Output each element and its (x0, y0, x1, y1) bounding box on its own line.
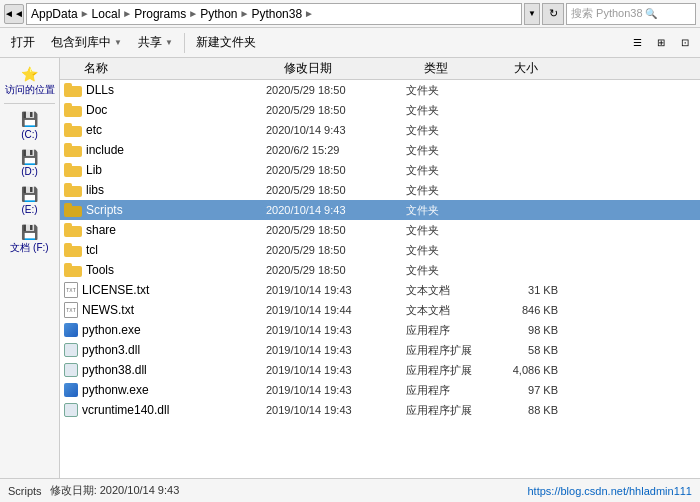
share-button[interactable]: 共享 ▼ (131, 31, 180, 55)
back-button[interactable]: ◄◄ (4, 4, 24, 24)
file-size-cell: 31 KB (496, 284, 566, 296)
column-header-size[interactable]: 大小 (514, 60, 584, 77)
file-date-cell: 2020/5/29 18:50 (266, 184, 406, 196)
file-date-cell: 2020/5/29 18:50 (266, 84, 406, 96)
table-row[interactable]: vcruntime140.dll 2019/10/14 19:43 应用程序扩展… (60, 400, 700, 420)
table-row[interactable]: include 2020/6/2 15:29 文件夹 (60, 140, 700, 160)
table-row[interactable]: DLLs 2020/5/29 18:50 文件夹 (60, 80, 700, 100)
table-row[interactable]: tcl 2020/5/29 18:50 文件夹 (60, 240, 700, 260)
star-icon: ⭐ (21, 66, 38, 83)
new-folder-button[interactable]: 新建文件夹 (189, 31, 263, 55)
breadcrumb-path[interactable]: AppData ► Local ► Programs ► Python ► Py… (26, 3, 522, 25)
table-row[interactable]: python3.dll 2019/10/14 19:43 应用程序扩展 58 K… (60, 340, 700, 360)
file-type-cell: 文件夹 (406, 103, 496, 118)
breadcrumb-python[interactable]: Python (200, 7, 237, 21)
sidebar-favorites-label: 访问的位置 (5, 84, 55, 96)
file-name: pythonw.exe (82, 383, 149, 397)
file-size-cell: 98 KB (496, 324, 566, 336)
sidebar-f-label: 文档 (F:) (10, 242, 48, 254)
file-name-cell: Lib (64, 163, 266, 177)
file-name-cell: TXT NEWS.txt (64, 302, 266, 318)
file-name-cell: vcruntime140.dll (64, 403, 266, 417)
sidebar-item-d[interactable]: 💾 (D:) (0, 145, 59, 183)
table-row[interactable]: Scripts 2020/10/14 9:43 文件夹 (60, 200, 700, 220)
file-name-cell: etc (64, 123, 266, 137)
address-bar: ◄◄ AppData ► Local ► Programs ► Python ►… (0, 0, 700, 28)
file-type-cell: 应用程序 (406, 323, 496, 338)
path-dropdown-button[interactable]: ▼ (524, 3, 540, 25)
file-date-cell: 2020/10/14 9:43 (266, 204, 406, 216)
share-label: 共享 (138, 34, 162, 51)
table-row[interactable]: share 2020/5/29 18:50 文件夹 (60, 220, 700, 240)
status-bar: Scripts 修改日期: 2020/10/14 9:43 https://bl… (0, 478, 700, 502)
file-date-cell: 2020/5/29 18:50 (266, 104, 406, 116)
refresh-button[interactable]: ↻ (542, 3, 564, 25)
file-size-cell: 88 KB (496, 404, 566, 416)
table-row[interactable]: Lib 2020/5/29 18:50 文件夹 (60, 160, 700, 180)
drive-f-icon: 💾 (21, 224, 38, 241)
sep1: ► (80, 8, 90, 19)
search-box[interactable]: 搜索 Python38 🔍 (566, 3, 696, 25)
sidebar: ⭐ 访问的位置 💾 (C:) 💾 (D:) 💾 (E:) 💾 文档 (F:) (0, 58, 60, 478)
file-name: libs (86, 183, 104, 197)
table-row[interactable]: python.exe 2019/10/14 19:43 应用程序 98 KB (60, 320, 700, 340)
sidebar-separator (4, 103, 55, 104)
table-row[interactable]: libs 2020/5/29 18:50 文件夹 (60, 180, 700, 200)
file-date-cell: 2019/10/14 19:43 (266, 284, 406, 296)
column-header-date[interactable]: 修改日期 (284, 60, 424, 77)
library-button[interactable]: 包含到库中 ▼ (44, 31, 129, 55)
drive-c-icon: 💾 (21, 111, 38, 128)
open-label: 打开 (11, 34, 35, 51)
file-date-cell: 2020/10/14 9:43 (266, 124, 406, 136)
breadcrumb-programs[interactable]: Programs (134, 7, 186, 21)
file-name-cell: include (64, 143, 266, 157)
file-name: etc (86, 123, 102, 137)
file-name: Scripts (86, 203, 123, 217)
column-header-type[interactable]: 类型 (424, 60, 514, 77)
breadcrumb-local[interactable]: Local (92, 7, 121, 21)
file-type-cell: 文件夹 (406, 263, 496, 278)
breadcrumb-appdata[interactable]: AppData (31, 7, 78, 21)
file-size-cell: 97 KB (496, 384, 566, 396)
file-name: LICENSE.txt (82, 283, 149, 297)
file-name-cell: Scripts (64, 203, 266, 217)
file-name-cell: Doc (64, 103, 266, 117)
main-layout: ⭐ 访问的位置 💾 (C:) 💾 (D:) 💾 (E:) 💾 文档 (F:) (0, 58, 700, 478)
file-name: share (86, 223, 116, 237)
file-rows: DLLs 2020/5/29 18:50 文件夹 Doc 2020/5/29 1… (60, 80, 700, 478)
file-name: NEWS.txt (82, 303, 134, 317)
sep3: ► (188, 8, 198, 19)
sidebar-item-f[interactable]: 💾 文档 (F:) (0, 220, 59, 258)
table-row[interactable]: etc 2020/10/14 9:43 文件夹 (60, 120, 700, 140)
search-icon: 🔍 (645, 8, 657, 19)
column-header-name[interactable]: 名称 (64, 60, 284, 77)
file-size-cell: 4,086 KB (496, 364, 566, 376)
file-type-cell: 文件夹 (406, 123, 496, 138)
file-name-cell: pythonw.exe (64, 383, 266, 397)
file-date-cell: 2020/6/2 15:29 (266, 144, 406, 156)
file-type-cell: 文件夹 (406, 163, 496, 178)
sidebar-item-favorites[interactable]: ⭐ 访问的位置 (0, 62, 59, 100)
sidebar-item-c[interactable]: 💾 (C:) (0, 107, 59, 145)
table-row[interactable]: Tools 2020/5/29 18:50 文件夹 (60, 260, 700, 280)
file-date-cell: 2019/10/14 19:43 (266, 344, 406, 356)
file-name: vcruntime140.dll (82, 403, 169, 417)
view-grid-button[interactable]: ⊞ (650, 32, 672, 54)
table-row[interactable]: python38.dll 2019/10/14 19:43 应用程序扩展 4,0… (60, 360, 700, 380)
view-details-button[interactable]: ⊡ (674, 32, 696, 54)
table-row[interactable]: TXT LICENSE.txt 2019/10/14 19:43 文本文档 31… (60, 280, 700, 300)
sidebar-item-e[interactable]: 💾 (E:) (0, 182, 59, 220)
table-row[interactable]: pythonw.exe 2019/10/14 19:43 应用程序 97 KB (60, 380, 700, 400)
toolbar: 打开 包含到库中 ▼ 共享 ▼ 新建文件夹 ☰ ⊞ ⊡ (0, 28, 700, 58)
open-button[interactable]: 打开 (4, 31, 42, 55)
file-name-cell: TXT LICENSE.txt (64, 282, 266, 298)
status-link[interactable]: https://blog.csdn.net/hhladmin111 (527, 485, 692, 497)
breadcrumb-python38[interactable]: Python38 (251, 7, 302, 21)
file-name-cell: libs (64, 183, 266, 197)
view-list-button[interactable]: ☰ (626, 32, 648, 54)
file-type-cell: 文件夹 (406, 143, 496, 158)
table-row[interactable]: TXT NEWS.txt 2019/10/14 19:44 文本文档 846 K… (60, 300, 700, 320)
new-folder-label: 新建文件夹 (196, 34, 256, 51)
status-left: Scripts 修改日期: 2020/10/14 9:43 (8, 483, 179, 498)
table-row[interactable]: Doc 2020/5/29 18:50 文件夹 (60, 100, 700, 120)
